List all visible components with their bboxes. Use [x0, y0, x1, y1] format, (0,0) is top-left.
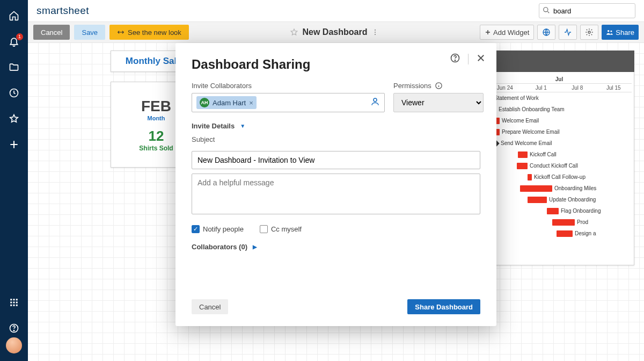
notifications-icon[interactable]: 1 — [8, 35, 20, 47]
settings-button[interactable] — [580, 25, 598, 40]
logo: smartsheet — [36, 5, 89, 17]
chip-remove-icon[interactable]: × — [249, 99, 253, 107]
save-button[interactable]: Save — [74, 25, 105, 40]
close-icon[interactable] — [476, 53, 486, 65]
invite-details-label: Invite Details — [192, 122, 235, 130]
chevron-right-icon: ▶ — [253, 244, 257, 250]
modal-overlay: Dashboard Sharing Invite Collaborators A… — [28, 43, 644, 361]
chip-name: Adam Hart — [213, 99, 246, 107]
more-vertical-icon[interactable] — [371, 28, 379, 36]
cc-checkbox[interactable]: Cc myself — [260, 225, 302, 233]
dashboard-toolbar: Cancel Save See the new look New Dashboa… — [28, 21, 644, 43]
share-dashboard-button[interactable]: Share Dashboard — [407, 299, 480, 314]
share-label: Share — [616, 28, 634, 37]
add-widget-button[interactable]: Add Widget — [480, 25, 534, 40]
svg-point-19 — [611, 31, 612, 32]
help-icon[interactable] — [450, 53, 460, 66]
person-picker-icon[interactable] — [370, 97, 380, 109]
svg-rect-1 — [10, 299, 12, 300]
star-outline-icon[interactable] — [290, 28, 298, 37]
see-new-look-button[interactable]: See the new look — [109, 25, 189, 40]
search-input[interactable] — [539, 3, 635, 18]
chevron-down-icon: ▼ — [240, 123, 245, 129]
recents-icon[interactable] — [8, 87, 20, 99]
plus-icon — [485, 29, 491, 35]
notify-checkbox[interactable]: ✓ Notify people — [192, 225, 244, 233]
svg-point-22 — [374, 98, 377, 102]
globe-icon — [542, 28, 551, 37]
add-widget-label: Add Widget — [493, 28, 529, 37]
collaborator-chip: AH Adam Hart × — [196, 96, 257, 109]
see-new-look-label: See the new look — [128, 28, 181, 37]
apps-icon[interactable] — [8, 297, 20, 308]
folder-icon[interactable] — [8, 61, 20, 73]
svg-rect-4 — [10, 302, 12, 304]
search-icon — [543, 6, 550, 14]
share-button[interactable]: Share — [602, 25, 639, 40]
chip-avatar: AH — [200, 98, 209, 107]
svg-point-14 — [375, 32, 376, 33]
cc-label: Cc myself — [271, 225, 302, 233]
svg-rect-6 — [16, 302, 18, 304]
activity-icon — [564, 28, 572, 37]
info-icon[interactable] — [435, 82, 443, 90]
modal-title: Dashboard Sharing — [192, 57, 480, 72]
left-nav-rail: 1 — [0, 0, 28, 361]
subject-input[interactable] — [192, 151, 480, 169]
collaborator-input[interactable]: AH Adam Hart × — [192, 93, 385, 112]
notify-label: Notify people — [203, 225, 244, 233]
collaborators-toggle[interactable]: Collaborators (0) ▶ — [192, 243, 480, 251]
top-bar: smartsheet — [28, 0, 644, 21]
invite-details-toggle[interactable]: Invite Details ▼ — [192, 122, 480, 130]
svg-rect-9 — [16, 305, 18, 306]
modal-cancel-button[interactable]: Cancel — [192, 299, 228, 314]
help-icon[interactable] — [8, 322, 20, 334]
svg-point-15 — [375, 34, 376, 35]
svg-rect-2 — [13, 299, 15, 300]
divider — [468, 54, 469, 64]
subject-label: Subject — [192, 135, 480, 143]
collaborators-label: Collaborators (0) — [192, 243, 247, 251]
invite-label: Invite Collaborators — [192, 82, 385, 90]
cancel-button[interactable]: Cancel — [33, 25, 70, 40]
permissions-label: Permissions — [393, 82, 431, 90]
message-input[interactable] — [192, 174, 480, 214]
permissions-select[interactable]: Viewer — [393, 93, 484, 112]
publish-button[interactable] — [537, 25, 555, 40]
svg-rect-8 — [13, 305, 15, 306]
user-avatar[interactable] — [6, 337, 22, 353]
home-icon[interactable] — [8, 10, 20, 21]
svg-point-12 — [544, 8, 548, 12]
svg-point-11 — [13, 330, 14, 331]
svg-point-21 — [455, 60, 455, 61]
svg-rect-3 — [16, 299, 18, 300]
svg-point-13 — [375, 30, 376, 31]
switch-icon — [117, 28, 125, 36]
people-icon — [606, 28, 613, 36]
checkbox-icon — [260, 225, 268, 233]
favorites-icon[interactable] — [8, 113, 20, 125]
gear-icon — [585, 28, 594, 37]
add-icon[interactable] — [8, 139, 20, 150]
notification-badge: 1 — [16, 33, 23, 40]
dashboard-canvas: Monthly Sales FEB Month 12 Shirts Sold J… — [28, 43, 644, 361]
svg-rect-7 — [10, 305, 12, 306]
dashboard-title: New Dashboard — [303, 27, 368, 37]
sharing-modal: Dashboard Sharing Invite Collaborators A… — [175, 43, 496, 326]
svg-point-18 — [608, 30, 610, 32]
svg-point-17 — [588, 31, 590, 33]
checkbox-checked-icon: ✓ — [192, 225, 200, 233]
activity-button[interactable] — [559, 25, 577, 40]
svg-rect-5 — [13, 302, 15, 304]
